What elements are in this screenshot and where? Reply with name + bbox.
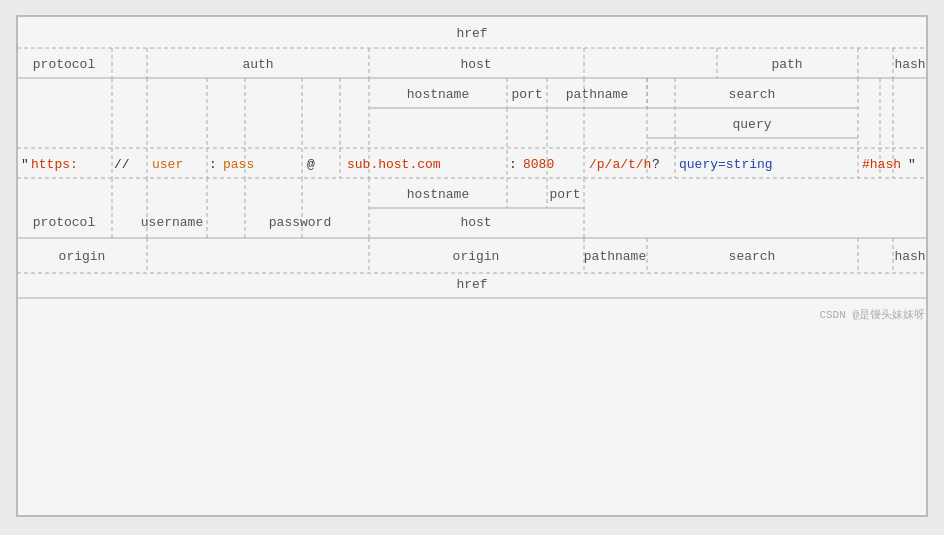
href-top: href xyxy=(456,26,487,41)
main-diagram: .mono { font-family: 'Courier New', Cour… xyxy=(7,8,937,528)
r3-pathname: pathname xyxy=(566,87,628,102)
url-q-mark: ? xyxy=(652,157,660,172)
r6-hostname: hostname xyxy=(407,187,469,202)
url-user: user xyxy=(152,157,183,172)
url-pass: pass xyxy=(223,157,254,172)
url-port-val: 8080 xyxy=(523,157,554,172)
r2-auth: auth xyxy=(242,57,273,72)
r7-protocol: protocol xyxy=(33,215,96,230)
url-hash-val: #hash xyxy=(862,157,901,172)
url-subhost: sub.host.com xyxy=(347,157,441,172)
diagram-container-v2: .mono { font-family: 'Courier New', Cour… xyxy=(0,0,944,535)
r7-username: username xyxy=(141,215,203,230)
r8-origin-r: origin xyxy=(453,249,500,264)
url-slashes: // xyxy=(114,157,130,172)
url-at: @ xyxy=(307,157,315,172)
r3-search: search xyxy=(729,87,776,102)
r6-port: port xyxy=(549,187,580,202)
watermark: CSDN @是馒头妹妹呀 xyxy=(819,308,925,321)
url-path-val: /p/a/t/h xyxy=(589,157,651,172)
r2-hash: hash xyxy=(894,57,925,72)
r2-protocol: protocol xyxy=(33,57,96,72)
svg-rect-58 xyxy=(17,16,927,516)
r8-search: search xyxy=(729,249,776,264)
url-https: https: xyxy=(31,157,78,172)
r3-port: port xyxy=(511,87,542,102)
r3-hostname: hostname xyxy=(407,87,469,102)
r4-query: query xyxy=(732,117,771,132)
url-q2: " xyxy=(908,157,916,172)
url-query-val: query=string xyxy=(679,157,773,172)
url-c1: : xyxy=(209,157,217,172)
r2-host: host xyxy=(460,57,491,72)
r9-href: href xyxy=(456,277,487,292)
r7-host: host xyxy=(460,215,491,230)
r7-password: password xyxy=(269,215,331,230)
r2-path: path xyxy=(771,57,802,72)
url-q1: " xyxy=(21,157,29,172)
r8-origin-l: origin xyxy=(59,249,106,264)
r8-pathname: pathname xyxy=(584,249,646,264)
r8-hash: hash xyxy=(894,249,925,264)
url-c2: : xyxy=(509,157,517,172)
